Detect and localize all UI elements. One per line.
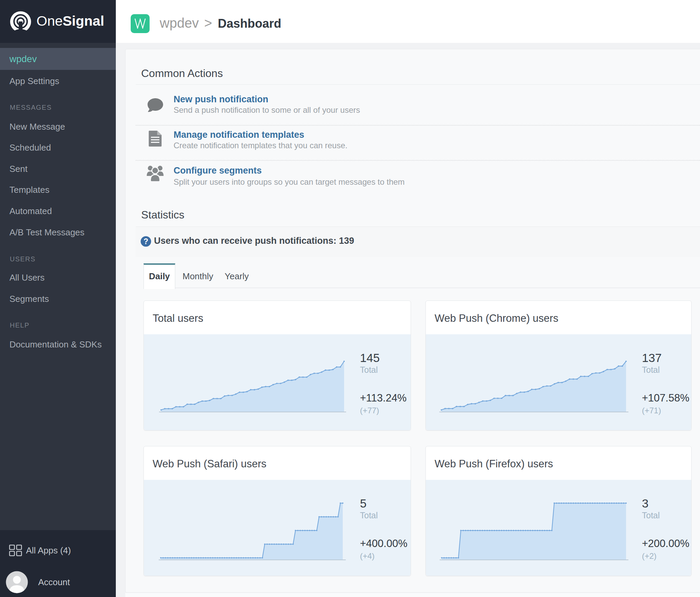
svg-text:?: ? [144, 237, 148, 246]
